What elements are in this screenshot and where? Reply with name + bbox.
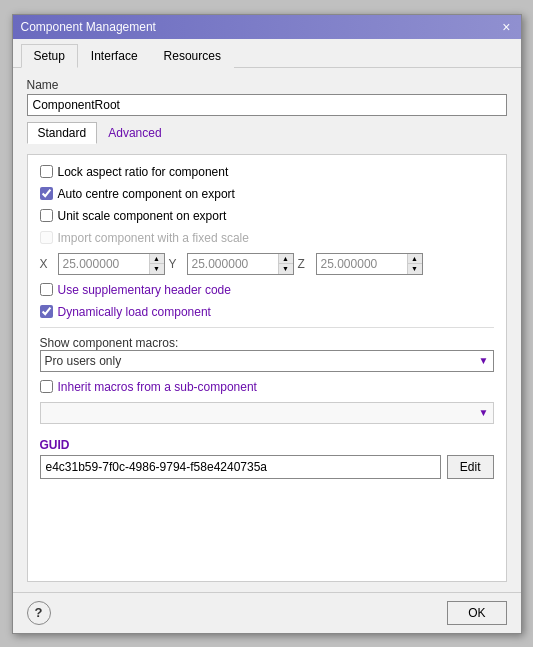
unit-scale-label: Unit scale component on export <box>58 209 227 223</box>
dynamically-row: Dynamically load component <box>40 305 494 319</box>
name-field-group: Name <box>27 78 507 116</box>
supplementary-checkbox[interactable] <box>40 283 53 296</box>
inner-tab-standard[interactable]: Standard <box>27 122 98 144</box>
x-input[interactable] <box>59 254 149 274</box>
close-button[interactable]: × <box>500 20 512 34</box>
x-down-button[interactable]: ▼ <box>150 264 164 274</box>
y-label: Y <box>169 257 183 271</box>
y-spinner-buttons: ▲ ▼ <box>278 254 293 274</box>
z-spinner-buttons: ▲ ▼ <box>407 254 422 274</box>
lock-aspect-row: Lock aspect ratio for component <box>40 165 494 179</box>
inherit-checkbox[interactable] <box>40 380 53 393</box>
name-input[interactable] <box>27 94 507 116</box>
tab-setup[interactable]: Setup <box>21 44 78 68</box>
auto-centre-label: Auto centre component on export <box>58 187 235 201</box>
x-label: X <box>40 257 54 271</box>
ok-button[interactable]: OK <box>447 601 506 625</box>
name-label: Name <box>27 78 507 92</box>
macros-dropdown[interactable]: Pro users only ▼ <box>40 350 494 372</box>
y-input[interactable] <box>188 254 278 274</box>
main-tab-bar: Setup Interface Resources <box>13 39 521 68</box>
guid-section: GUID Edit <box>40 438 494 479</box>
import-fixed-label: Import component with a fixed scale <box>58 231 249 245</box>
inherit-sub-dropdown[interactable]: ▼ <box>40 402 494 424</box>
dynamically-label: Dynamically load component <box>58 305 211 319</box>
component-management-dialog: Component Management × Setup Interface R… <box>12 14 522 634</box>
x-up-button[interactable]: ▲ <box>150 254 164 265</box>
dialog-title: Component Management <box>21 20 156 34</box>
unit-scale-checkbox[interactable] <box>40 209 53 222</box>
z-spinner: ▲ ▼ <box>316 253 423 275</box>
guid-row: Edit <box>40 455 494 479</box>
z-input[interactable] <box>317 254 407 274</box>
edit-button[interactable]: Edit <box>447 455 494 479</box>
macros-dropdown-value: Pro users only <box>45 354 122 368</box>
z-up-button[interactable]: ▲ <box>408 254 422 265</box>
dynamically-checkbox[interactable] <box>40 305 53 318</box>
import-fixed-checkbox[interactable] <box>40 231 53 244</box>
x-spinner-buttons: ▲ ▼ <box>149 254 164 274</box>
inherit-sub-dropdown-arrow-icon: ▼ <box>479 407 489 418</box>
inner-tab-advanced[interactable]: Advanced <box>97 122 172 144</box>
lock-aspect-checkbox[interactable] <box>40 165 53 178</box>
tab-resources[interactable]: Resources <box>151 44 234 68</box>
auto-centre-row: Auto centre component on export <box>40 187 494 201</box>
main-content: Name Standard Advanced Lock aspect ratio… <box>13 68 521 592</box>
supplementary-label: Use supplementary header code <box>58 283 231 297</box>
auto-centre-checkbox[interactable] <box>40 187 53 200</box>
supplementary-row: Use supplementary header code <box>40 283 494 297</box>
section-box: Lock aspect ratio for component Auto cen… <box>27 154 507 582</box>
y-up-button[interactable]: ▲ <box>279 254 293 265</box>
lock-aspect-label: Lock aspect ratio for component <box>58 165 229 179</box>
y-spinner: ▲ ▼ <box>187 253 294 275</box>
inherit-label: Inherit macros from a sub-component <box>58 380 257 394</box>
inner-tab-bar: Standard Advanced <box>27 122 507 144</box>
macros-dropdown-arrow-icon: ▼ <box>479 355 489 366</box>
guid-label: GUID <box>40 438 494 452</box>
help-button[interactable]: ? <box>27 601 51 625</box>
z-down-button[interactable]: ▼ <box>408 264 422 274</box>
divider <box>40 327 494 328</box>
import-fixed-row: Import component with a fixed scale <box>40 231 494 245</box>
unit-scale-row: Unit scale component on export <box>40 209 494 223</box>
xyz-row: X ▲ ▼ Y ▲ ▼ Z <box>40 253 494 275</box>
show-macros-group: Show component macros: Pro users only ▼ <box>40 336 494 372</box>
guid-input[interactable] <box>40 455 441 479</box>
y-down-button[interactable]: ▼ <box>279 264 293 274</box>
show-macros-label: Show component macros: <box>40 336 494 350</box>
z-label: Z <box>298 257 312 271</box>
inherit-row: Inherit macros from a sub-component <box>40 380 494 394</box>
title-bar: Component Management × <box>13 15 521 39</box>
x-spinner: ▲ ▼ <box>58 253 165 275</box>
tab-interface[interactable]: Interface <box>78 44 151 68</box>
footer: ? OK <box>13 592 521 633</box>
